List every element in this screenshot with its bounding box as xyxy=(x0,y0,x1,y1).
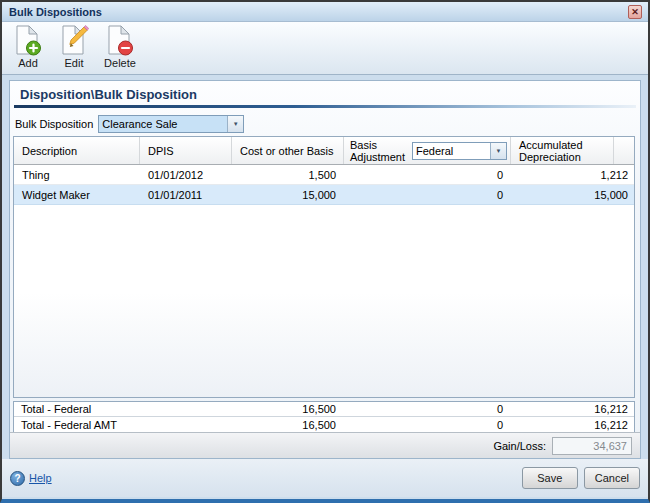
total-accumulated-depreciation: 16,212 xyxy=(511,419,634,431)
gain-loss-field: 34,637 xyxy=(552,437,632,455)
page-title: Disposition\Bulk Disposition xyxy=(10,81,640,102)
window-title: Bulk Dispositions xyxy=(9,6,102,18)
cell-basis-adjustment: 0 xyxy=(344,189,511,201)
cell-dpis: 01/01/2011 xyxy=(140,189,232,201)
grid-header-row: Description DPIS Cost or other Basis Bas… xyxy=(14,137,634,165)
bulk-disposition-value: Clearance Sale xyxy=(99,116,227,132)
total-basis-adjustment: 0 xyxy=(344,403,511,415)
gain-loss-bar: Gain/Loss: 34,637 xyxy=(10,432,640,458)
chevron-down-icon: ▼ xyxy=(233,121,239,127)
toolbar: Add Edit xyxy=(2,22,648,75)
bulk-disposition-label: Bulk Disposition xyxy=(15,118,93,130)
titlebar[interactable]: Bulk Dispositions ✕ xyxy=(2,2,648,22)
grid-empty-area xyxy=(14,205,634,397)
total-cost: 16,500 xyxy=(232,419,344,431)
cell-cost: 15,000 xyxy=(232,189,344,201)
help-link-label: Help xyxy=(29,472,52,484)
cell-description: Thing xyxy=(14,169,140,181)
document-delete-icon xyxy=(105,24,135,57)
total-label: Total - Federal AMT xyxy=(14,419,232,431)
column-header-filler xyxy=(614,137,634,164)
total-federal-row: Total - Federal 16,500 0 16,212 xyxy=(14,402,634,417)
dispositions-grid: Description DPIS Cost or other Basis Bas… xyxy=(13,136,635,398)
bulk-disposition-row: Bulk Disposition Clearance Sale ▼ xyxy=(15,115,640,133)
edit-button-label: Edit xyxy=(65,57,84,69)
footer-bar: ? Help Save Cancel xyxy=(2,459,648,497)
edit-button[interactable]: Edit xyxy=(54,24,94,73)
total-federal-amt-row: Total - Federal AMT 16,500 0 16,212 xyxy=(14,417,634,432)
save-button[interactable]: Save xyxy=(522,467,578,489)
basis-adjustment-select[interactable]: Federal ▼ xyxy=(412,142,507,160)
total-accumulated-depreciation: 16,212 xyxy=(511,403,634,415)
delete-button-label: Delete xyxy=(104,57,136,69)
total-basis-adjustment: 0 xyxy=(344,419,511,431)
cell-description: Widget Maker xyxy=(14,189,140,201)
cell-cost: 1,500 xyxy=(232,169,344,181)
cell-accumulated-depreciation: 15,000 xyxy=(511,189,634,201)
chevron-down-icon: ▼ xyxy=(496,145,502,157)
bulk-disposition-dropdown-button[interactable]: ▼ xyxy=(227,116,243,132)
help-link[interactable]: ? Help xyxy=(10,471,52,486)
help-icon: ? xyxy=(10,471,25,486)
document-edit-icon xyxy=(59,24,89,57)
content-area: Disposition\Bulk Disposition Bulk Dispos… xyxy=(2,75,648,459)
basis-adjustment-dropdown-button[interactable]: ▼ xyxy=(490,143,506,159)
total-label: Total - Federal xyxy=(14,403,232,415)
column-header-description: Description xyxy=(14,137,140,164)
cancel-button[interactable]: Cancel xyxy=(584,467,640,489)
table-row[interactable]: Thing 01/01/2012 1,500 0 1,212 xyxy=(14,165,634,185)
heading-divider xyxy=(14,105,636,108)
total-cost: 16,500 xyxy=(232,403,344,415)
totals-box: Total - Federal 16,500 0 16,212 Total - … xyxy=(13,401,635,433)
add-button-label: Add xyxy=(18,57,38,69)
document-add-icon xyxy=(13,24,43,57)
column-header-accumulated-depreciation: Accumulated Depreciation xyxy=(511,137,614,164)
column-header-dpis: DPIS xyxy=(140,137,232,164)
disposition-panel: Disposition\Bulk Disposition Bulk Dispos… xyxy=(9,80,641,459)
close-button[interactable]: ✕ xyxy=(628,5,642,19)
gain-loss-label: Gain/Loss: xyxy=(493,440,546,452)
cell-accumulated-depreciation: 1,212 xyxy=(511,169,634,181)
basis-adjustment-value: Federal xyxy=(413,143,490,159)
add-button[interactable]: Add xyxy=(8,24,48,73)
column-header-basis-adjustment: Basis Adjustment Federal ▼ xyxy=(344,137,511,164)
bulk-dispositions-window: Bulk Dispositions ✕ Add xyxy=(0,0,650,503)
bulk-disposition-select[interactable]: Clearance Sale ▼ xyxy=(98,115,244,133)
table-row-selected[interactable]: Widget Maker 01/01/2011 15,000 0 15,000 xyxy=(14,185,634,205)
delete-button[interactable]: Delete xyxy=(100,24,140,73)
cell-dpis: 01/01/2012 xyxy=(140,169,232,181)
close-icon: ✕ xyxy=(631,8,639,17)
cell-basis-adjustment: 0 xyxy=(344,169,511,181)
column-header-cost: Cost or other Basis xyxy=(232,137,344,164)
